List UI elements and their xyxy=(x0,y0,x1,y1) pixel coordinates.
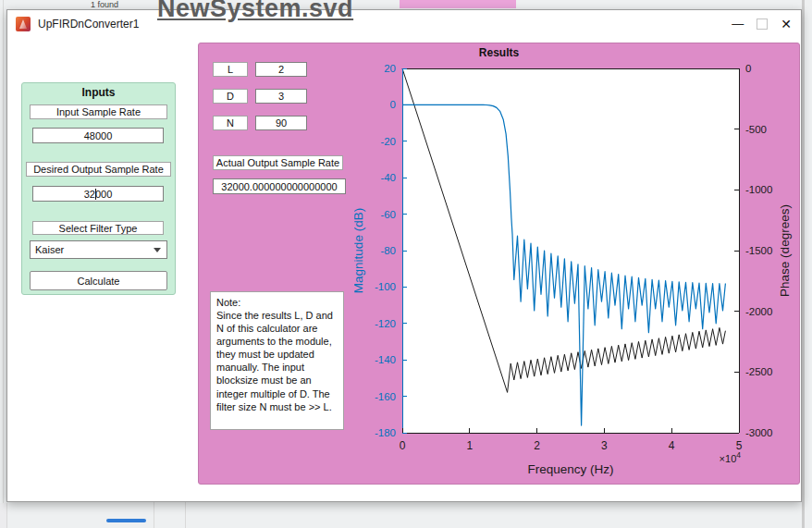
svg-text:3: 3 xyxy=(601,439,608,452)
svg-text:-140: -140 xyxy=(375,354,396,365)
svg-text:-60: -60 xyxy=(380,209,396,220)
output-sample-rate-label: Desired Output Sample Rate xyxy=(26,162,171,177)
background-document-title: NewSystem.svd xyxy=(157,0,353,23)
background-grid-line xyxy=(185,500,186,528)
svg-text:-180: -180 xyxy=(375,427,396,438)
svg-text:-2000: -2000 xyxy=(745,306,772,317)
background-window-edge xyxy=(3,0,4,528)
output-sample-rate-value: 32000 xyxy=(84,189,113,200)
svg-text:-20: -20 xyxy=(380,136,396,147)
svg-text:1: 1 xyxy=(466,439,473,452)
background-tab-indicator xyxy=(106,519,146,522)
svg-text:0: 0 xyxy=(400,439,406,452)
svg-text:0: 0 xyxy=(745,63,751,74)
close-button[interactable]: ✕ xyxy=(781,10,792,38)
left-axis-label: Magnitude (dB) xyxy=(354,208,365,293)
param-L-label: L xyxy=(213,62,248,77)
svg-text:-2500: -2500 xyxy=(745,366,772,377)
background-grid-line xyxy=(154,500,154,528)
window-titlebar[interactable]: UpFIRDnConverter1 — ✕ xyxy=(7,10,801,38)
param-D-label: D xyxy=(213,89,248,104)
right-axis-label: Phase (degrees) xyxy=(778,204,792,297)
svg-text:20: 20 xyxy=(384,63,396,74)
input-sample-rate-label: Input Sample Rate xyxy=(30,104,167,119)
svg-text:0: 0 xyxy=(390,99,396,110)
app-window: UpFIRDnConverter1 — ✕ Inputs Input Sampl… xyxy=(6,9,802,502)
window-controls: — ✕ xyxy=(732,10,792,38)
x-axis-label: Frequency (Hz) xyxy=(527,462,613,476)
note-text: Note: Since the results L, D and N of th… xyxy=(210,291,344,430)
actual-output-rate-label: Actual Output Sample Rate xyxy=(213,155,343,170)
maximize-button[interactable] xyxy=(757,18,768,30)
svg-text:2: 2 xyxy=(534,439,540,452)
svg-text:-160: -160 xyxy=(375,391,396,402)
actual-output-rate-field[interactable]: 32000.000000000000000 xyxy=(213,178,346,194)
inputs-panel: Inputs Input Sample Rate 48000 Desired O… xyxy=(21,82,176,295)
svg-text:-40: -40 xyxy=(380,172,396,183)
output-sample-rate-field[interactable]: 32000 xyxy=(32,186,164,202)
background-corner xyxy=(0,503,7,528)
background-scrollbar xyxy=(802,0,805,528)
app-icon xyxy=(16,17,31,31)
frequency-response-chart: 200-20-40-60-80-100-120-140-160-1800-500… xyxy=(354,55,798,483)
param-D-value[interactable]: 3 xyxy=(255,89,307,104)
svg-text:-500: -500 xyxy=(745,124,767,135)
window-title: UpFIRDnConverter1 xyxy=(38,10,139,38)
filter-type-dropdown[interactable]: Kaiser xyxy=(30,240,167,259)
background-found-text: 1 found xyxy=(91,0,118,9)
minimize-button[interactable]: — xyxy=(732,10,744,38)
filter-type-label: Select Filter Type xyxy=(32,221,164,235)
inputs-panel-title: Inputs xyxy=(22,86,175,99)
svg-text:-80: -80 xyxy=(380,245,396,256)
svg-text:-3000: -3000 xyxy=(745,427,772,438)
param-L-value[interactable]: 2 xyxy=(255,62,307,77)
text-cursor xyxy=(95,189,96,200)
svg-text:-1000: -1000 xyxy=(745,184,772,195)
results-panel: Results L 2 D 3 N 90 Actual Output Sampl… xyxy=(198,43,800,485)
calculate-button[interactable]: Calculate xyxy=(30,271,167,290)
svg-text:-100: -100 xyxy=(375,281,396,292)
param-N-label: N xyxy=(213,116,248,130)
svg-text:-1500: -1500 xyxy=(745,245,772,256)
svg-text:-120: -120 xyxy=(375,318,396,329)
filter-type-selected: Kaiser xyxy=(35,241,64,258)
svg-text:4: 4 xyxy=(669,439,675,452)
background-pink-strip xyxy=(400,0,516,8)
input-sample-rate-field[interactable]: 48000 xyxy=(32,128,164,143)
chevron-down-icon xyxy=(154,248,161,252)
x-axis-exponent: ×104 xyxy=(720,450,742,464)
chart-svg: 200-20-40-60-80-100-120-140-160-1800-500… xyxy=(354,55,798,483)
param-N-value[interactable]: 90 xyxy=(255,116,307,130)
